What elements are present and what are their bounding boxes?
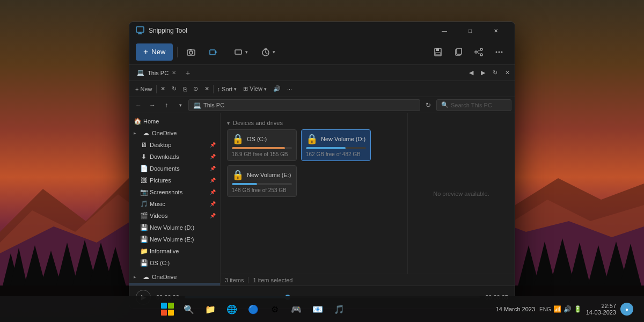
- toolbar-sep-1: [177, 47, 178, 57]
- minimize-button[interactable]: —: [432, 22, 457, 39]
- explorer-tabs: 💻 This PC ✕ + ◀ ▶ ↻ ✕: [129, 65, 515, 81]
- tab-close-explorer[interactable]: ✕: [502, 68, 513, 78]
- taskbar-search[interactable]: 🔍: [179, 299, 199, 319]
- exp-view-button[interactable]: ⊞ View▾: [240, 84, 269, 94]
- exp-sort-button[interactable]: ↕ Sort▾: [215, 84, 240, 94]
- nav-back-button[interactable]: ←: [133, 99, 144, 111]
- drive-d-name: New Volume (D:): [321, 136, 365, 142]
- exp-more-button[interactable]: ···: [284, 84, 295, 94]
- video-button[interactable]: [204, 43, 225, 61]
- nav-forward-button[interactable]: →: [147, 99, 158, 111]
- close-button[interactable]: ✕: [484, 22, 508, 39]
- notification-dot: ●: [625, 306, 628, 312]
- drive-c-progress-track: [232, 147, 292, 149]
- sidebar-item-screenshots[interactable]: 📷 Screenshots 📌: [129, 186, 220, 198]
- nav-up-button[interactable]: ↑: [160, 99, 172, 111]
- taskbar-settings[interactable]: ⚙: [265, 299, 284, 319]
- svg-rect-36: [457, 48, 462, 54]
- shape-button[interactable]: ▾: [229, 43, 252, 61]
- taskbar-gaming[interactable]: 🎮: [287, 299, 306, 319]
- sidebar-item-new-volume-e[interactable]: 💾 New Volume (E:): [129, 233, 220, 245]
- drive-e-header: 🔒 New Volume (E:): [232, 169, 292, 181]
- exp-paste-button[interactable]: ⎘: [180, 84, 189, 94]
- taskbar-media[interactable]: 🎵: [330, 299, 349, 319]
- drive-d-item[interactable]: 🔒 New Volume (D:) 162 GB free of 482 GB: [301, 129, 371, 161]
- drives-grid: 🔒 OS (C:) 18.9 GB free of 155 GB: [225, 129, 403, 197]
- tab-nav-forward[interactable]: ▶: [478, 68, 488, 78]
- sidebar-item-os-c[interactable]: 💾 OS (C:): [129, 257, 220, 269]
- tab-nav-back[interactable]: ◀: [466, 68, 476, 78]
- svg-point-37: [480, 48, 482, 50]
- maximize-button[interactable]: □: [458, 22, 482, 39]
- systray: ENG 📶 🔊 🔋: [539, 305, 582, 313]
- copy-icon: [453, 47, 463, 57]
- search-bar[interactable]: 🔍 Search This PC: [436, 99, 511, 111]
- taskbar-chrome[interactable]: 🔵: [244, 299, 263, 319]
- save-button[interactable]: [429, 43, 447, 61]
- sidebar-group-onedrive[interactable]: ▸ ☁ OneDrive: [129, 271, 220, 283]
- address-bar[interactable]: 💻 This PC: [188, 99, 420, 111]
- screenshot-button[interactable]: [182, 43, 200, 61]
- sidebar-item-downloads[interactable]: ⬇ Downloads 📌: [129, 151, 220, 163]
- notification-button[interactable]: ●: [620, 303, 633, 316]
- chevron-down-icon-2: ▾: [273, 49, 275, 55]
- taskbar-mail[interactable]: 📧: [308, 299, 327, 319]
- drive-c-item[interactable]: 🔒 OS (C:) 18.9 GB free of 155 GB: [227, 129, 297, 161]
- pin-icon-5: 📌: [210, 189, 216, 195]
- date-display: 14 March 2023: [496, 306, 535, 312]
- exp-rename-button[interactable]: ⊙: [191, 84, 201, 94]
- explorer-tab-this-pc[interactable]: 💻 This PC ✕: [131, 65, 181, 80]
- refresh-button[interactable]: ↻: [422, 99, 434, 111]
- sidebar-item-documents[interactable]: 📄 Documents 📌: [129, 163, 220, 174]
- sidebar-new-volume-e-label: New Volume (E:): [150, 236, 194, 243]
- exp-cut-button[interactable]: ✕: [158, 84, 168, 94]
- drive-c-name: OS (C:): [247, 136, 267, 142]
- expand-icon-1: ▸: [134, 130, 140, 136]
- status-sep: [248, 277, 248, 283]
- new-button[interactable]: + New: [136, 43, 173, 61]
- exp-delete-button[interactable]: ✕: [202, 84, 212, 94]
- drive-e-item[interactable]: 🔒 New Volume (E:) 148 GB free of 253 GB: [227, 165, 297, 197]
- svg-point-39: [480, 54, 482, 56]
- svg-rect-27: [235, 50, 241, 54]
- address-bar-row: ← → ↑ ▾ 💻 This PC ↻ 🔍 Search This PC: [129, 97, 515, 113]
- more-button[interactable]: [490, 43, 508, 61]
- svg-line-30: [266, 53, 267, 54]
- drive-e-info: New Volume (E:): [247, 172, 291, 178]
- sidebar-item-pictures[interactable]: 🖼 Pictures 📌: [129, 174, 220, 186]
- new-tab-button[interactable]: +: [181, 67, 194, 79]
- tab-refresh[interactable]: ↻: [490, 68, 500, 78]
- svg-rect-34: [435, 53, 441, 55]
- exp-new-button[interactable]: + New: [133, 84, 155, 94]
- drive-d-progress-bar: [306, 147, 346, 149]
- sidebar-item-videos[interactable]: 🎬 Videos 📌: [129, 210, 220, 222]
- start-button[interactable]: [158, 299, 177, 319]
- start-sq-1: [161, 303, 167, 309]
- downloads-icon: ⬇: [140, 153, 148, 160]
- sidebar-item-onedrive[interactable]: ▸ ☁ OneDrive: [129, 127, 220, 139]
- timer-button[interactable]: ▾: [257, 43, 280, 61]
- sidebar-item-desktop[interactable]: 🖥 Desktop 📌: [129, 139, 220, 151]
- drive-c-size: 18.9 GB free of 155 GB: [232, 151, 292, 157]
- sidebar-item-home[interactable]: 🏠 Home: [129, 115, 220, 127]
- window-title: Snipping Tool: [149, 27, 432, 34]
- desktop-icon: 🖥: [140, 141, 148, 149]
- camera-icon: [186, 47, 196, 57]
- copy-button[interactable]: [449, 43, 467, 61]
- clock-area: 22:57 14-03-2023: [586, 303, 616, 316]
- exp-copy-ref-button[interactable]: ↻: [169, 84, 179, 94]
- tab-pc-icon: 💻: [137, 69, 144, 76]
- svg-point-44: [501, 51, 503, 53]
- new-label: New: [151, 48, 165, 56]
- sidebar-documents-label: Documents: [150, 165, 180, 172]
- share-button[interactable]: [470, 43, 488, 61]
- item-count: 3 items: [225, 277, 244, 283]
- exp-audio-button[interactable]: 🔊: [270, 84, 283, 94]
- tab-close-button[interactable]: ✕: [172, 70, 176, 76]
- nav-recent-button[interactable]: ▾: [174, 99, 186, 111]
- sidebar-item-music[interactable]: 🎵 Music 📌: [129, 198, 220, 210]
- sidebar-item-new-volume-d[interactable]: 💾 New Volume (D:): [129, 222, 220, 233]
- sidebar-item-informative[interactable]: 📁 Informative: [129, 245, 220, 257]
- taskbar-file-explorer[interactable]: 📁: [201, 299, 220, 319]
- taskbar-browser[interactable]: 🌐: [222, 299, 241, 319]
